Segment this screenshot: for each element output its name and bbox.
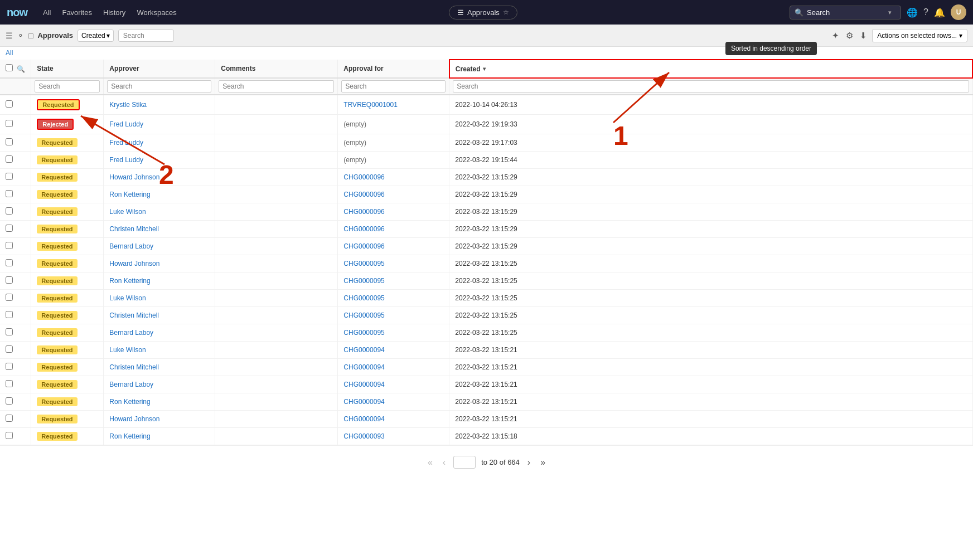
all-link[interactable]: All (0, 47, 973, 59)
bell-icon[interactable]: 🔔 (934, 7, 945, 18)
row-checkbox[interactable] (6, 345, 13, 353)
row-checkbox[interactable] (6, 276, 13, 284)
approver-link[interactable]: Bernard Laboy (109, 381, 153, 388)
approver-link[interactable]: Howard Johnson (109, 260, 159, 267)
row-checkbox[interactable] (6, 225, 13, 232)
created-column-header[interactable]: Created ▾ (449, 60, 972, 78)
search-dropdown-icon[interactable]: ▾ (888, 9, 892, 16)
state-badge[interactable]: Requested (37, 328, 77, 337)
search-header-icon[interactable]: 🔍 (17, 65, 25, 73)
avatar[interactable]: U (951, 4, 966, 20)
approval-for-link[interactable]: CHG0000095 (343, 277, 384, 285)
approval-for-link[interactable]: CHG0000093 (343, 432, 384, 440)
row-checkbox[interactable] (6, 294, 13, 301)
approval-for-link[interactable]: CHG0000096 (343, 191, 384, 198)
state-badge[interactable]: Requested (37, 259, 77, 268)
approval-for-link[interactable]: CHG0000096 (343, 208, 384, 216)
table-row[interactable]: RequestedHoward JohnsonCHG00000952022-03… (0, 255, 972, 272)
table-row[interactable]: RequestedChristen MitchellCHG00000962022… (0, 221, 972, 238)
chat-icon[interactable]: □ (28, 31, 33, 40)
state-badge[interactable]: Rejected (37, 119, 74, 130)
approval-for-link[interactable]: CHG0000096 (343, 242, 384, 250)
table-row[interactable]: RequestedRon KetteringCHG00000952022-03-… (0, 272, 972, 290)
approver-search-cell[interactable] (104, 78, 215, 95)
state-badge[interactable]: Requested (37, 276, 77, 285)
approval-for-link[interactable]: CHG0000096 (343, 173, 384, 181)
approver-link[interactable]: Krystle Stika (109, 101, 147, 109)
row-checkbox[interactable] (6, 432, 13, 439)
row-checkbox[interactable] (6, 120, 13, 127)
approval-for-link[interactable]: CHG0000095 (343, 311, 384, 319)
row-checkbox[interactable] (6, 207, 13, 215)
first-page-button[interactable]: « (425, 456, 435, 469)
nav-workspaces[interactable]: Workspaces (137, 8, 176, 17)
row-checkbox[interactable] (6, 397, 13, 405)
approval-for-link[interactable]: CHG0000094 (343, 398, 384, 406)
approval-for-link[interactable]: CHG0000094 (343, 363, 384, 371)
approver-link[interactable]: Luke Wilson (109, 294, 146, 302)
select-all-checkbox-col[interactable]: 🔍 (0, 60, 31, 78)
row-checkbox[interactable] (6, 190, 13, 197)
state-badge[interactable]: Requested (37, 207, 77, 216)
approval-for-column-header[interactable]: Approval for (338, 60, 449, 78)
table-row[interactable]: RequestedKrystle StikaTRVREQ00010012022-… (0, 95, 972, 115)
table-row[interactable]: RequestedLuke WilsonCHG00000962022-03-22… (0, 203, 972, 221)
state-badge[interactable]: Requested (37, 242, 77, 251)
row-checkbox[interactable] (6, 328, 13, 335)
approver-link[interactable]: Bernard Laboy (109, 242, 153, 250)
state-badge[interactable]: Requested (37, 415, 77, 423)
logo[interactable]: now (7, 6, 27, 19)
approver-column-header[interactable]: Approver (104, 60, 215, 78)
approver-link[interactable]: Christen Mitchell (109, 225, 159, 233)
add-icon[interactable]: ✦ (830, 29, 841, 42)
approval-for-link[interactable]: CHG0000096 (343, 225, 384, 233)
table-row[interactable]: RequestedLuke WilsonCHG00000952022-03-22… (0, 290, 972, 307)
state-badge[interactable]: Requested (37, 225, 77, 233)
row-checkbox[interactable] (6, 363, 13, 370)
state-badge[interactable]: Requested (37, 380, 77, 389)
nav-history[interactable]: History (103, 8, 125, 17)
approver-link[interactable]: Ron Kettering (109, 277, 150, 285)
download-icon[interactable]: ⬇ (858, 29, 869, 42)
approval-for-link[interactable]: CHG0000094 (343, 381, 384, 388)
approver-link[interactable]: Ron Kettering (109, 398, 150, 406)
row-checkbox[interactable] (6, 138, 13, 145)
approver-link[interactable]: Bernard Laboy (109, 329, 153, 337)
globe-icon[interactable]: 🌐 (907, 7, 918, 18)
state-badge[interactable]: Requested (37, 432, 77, 441)
row-checkbox[interactable] (6, 173, 13, 180)
actions-dropdown[interactable]: Actions on selected rows... ▾ (872, 29, 967, 42)
nav-all[interactable]: All (43, 8, 51, 17)
state-badge[interactable]: Requested (37, 138, 77, 147)
comments-search-input[interactable] (219, 80, 334, 92)
table-row[interactable]: RequestedHoward JohnsonCHG00000942022-03… (0, 411, 972, 428)
state-column-header[interactable]: State (31, 60, 104, 78)
page-number-input[interactable]: 1 (453, 456, 476, 469)
row-checkbox[interactable] (6, 415, 13, 422)
table-row[interactable]: RequestedFred Luddy(empty)2022-03-22 19:… (0, 152, 972, 169)
state-badge[interactable]: Requested (37, 190, 77, 199)
approval-for-link[interactable]: CHG0000095 (343, 260, 384, 267)
nav-favorites[interactable]: Favorites (62, 8, 91, 17)
approval-for-link[interactable]: CHG0000094 (343, 346, 384, 354)
menu-icon[interactable]: ☰ (6, 31, 13, 40)
approval-for-search-cell[interactable] (338, 78, 449, 95)
table-row[interactable]: RequestedRon KetteringCHG00000942022-03-… (0, 393, 972, 411)
next-page-button[interactable]: › (525, 456, 533, 469)
approval-for-link[interactable]: CHG0000095 (343, 294, 384, 302)
comments-column-header[interactable]: Comments (215, 60, 338, 78)
table-row[interactable]: RequestedRon KetteringCHG00000932022-03-… (0, 428, 972, 445)
star-icon[interactable]: ☆ (503, 8, 509, 16)
row-checkbox[interactable] (6, 311, 13, 318)
row-checkbox[interactable] (6, 155, 13, 163)
created-search-cell[interactable] (449, 78, 972, 95)
approval-for-link[interactable]: CHG0000094 (343, 415, 384, 423)
approver-link[interactable]: Fred Luddy (109, 120, 143, 128)
table-row[interactable]: RequestedChristen MitchellCHG00000952022… (0, 307, 972, 324)
last-page-button[interactable]: » (538, 456, 548, 469)
table-row[interactable]: RequestedChristen MitchellCHG00000942022… (0, 359, 972, 376)
table-row[interactable]: RequestedBernard LaboyCHG00000942022-03-… (0, 376, 972, 393)
table-row[interactable]: RequestedBernard LaboyCHG00000952022-03-… (0, 324, 972, 342)
global-search-bar[interactable]: 🔍 ▾ (790, 6, 901, 20)
table-row[interactable]: RequestedRon KetteringCHG00000962022-03-… (0, 186, 972, 203)
